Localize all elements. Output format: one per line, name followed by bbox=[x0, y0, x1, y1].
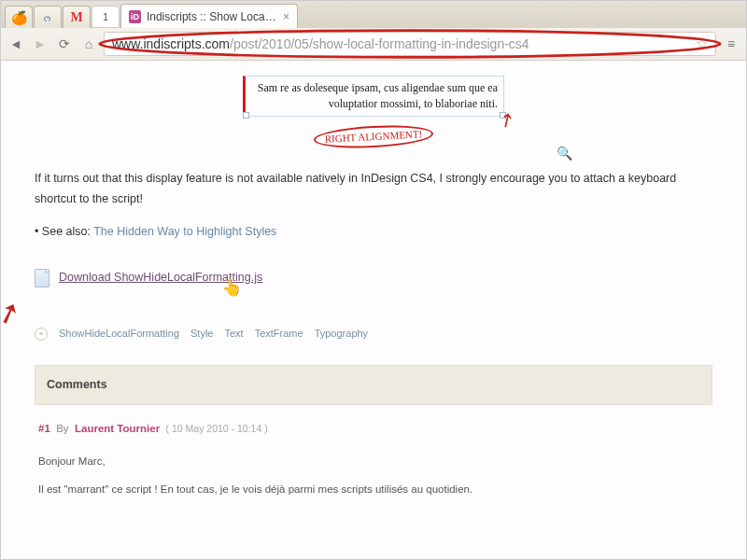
see-also: • See also: The Hidden Way to Highlight … bbox=[35, 222, 712, 242]
forward-button[interactable]: ► bbox=[31, 35, 49, 53]
illustration: Sam re as doleseque ipsam, cus aligendae… bbox=[35, 70, 712, 161]
tab-active[interactable]: iD Indiscripts :: Show Local F… × bbox=[120, 4, 298, 28]
url-path: /post/2010/05/show-local-formatting-in-i… bbox=[230, 36, 529, 51]
see-also-prefix: • See also: bbox=[35, 225, 93, 238]
comment-meta: #1 By Laurent Tournier ( 10 May 2010 - 1… bbox=[38, 420, 709, 439]
tag-link[interactable]: Typography bbox=[315, 325, 368, 343]
page-content: Sam re as doleseque ipsam, cus aligendae… bbox=[1, 61, 746, 518]
tab-close-icon[interactable]: × bbox=[283, 10, 289, 23]
see-also-link[interactable]: The Hidden Way to Highlight Styles bbox=[93, 225, 276, 238]
menu-icon[interactable]: ≡ bbox=[722, 35, 740, 53]
comment-number: #1 bbox=[38, 423, 50, 434]
comment-date: ( 10 May 2010 - 10:14 ) bbox=[166, 423, 268, 434]
comment-line: Bonjour Marc, bbox=[38, 452, 709, 471]
comment-item: #1 By Laurent Tournier ( 10 May 2010 - 1… bbox=[35, 405, 712, 499]
tab-mini-2[interactable]: ᰔ bbox=[34, 6, 62, 28]
back-button[interactable]: ◄ bbox=[7, 35, 25, 53]
tab-strip: 🍊 ᰔ M 1 iD Indiscripts :: Show Local F… … bbox=[1, 1, 746, 28]
magnifier-icon[interactable]: 🔍 bbox=[557, 143, 572, 165]
tab-mini-1[interactable]: 🍊 bbox=[5, 6, 33, 28]
browser-chrome: 🍊 ᰔ M 1 iD Indiscripts :: Show Local F… … bbox=[1, 1, 746, 61]
comment-author[interactable]: Laurent Tournier bbox=[75, 423, 160, 434]
illustration-text-frame: Sam re as doleseque ipsam, cus aligendae… bbox=[243, 76, 504, 117]
bookmark-star-icon[interactable]: ☆ bbox=[696, 35, 708, 52]
document-icon bbox=[35, 269, 49, 287]
comment-line: Il est "marrant" ce script ! En tout cas… bbox=[38, 480, 709, 499]
tag-link[interactable]: TextFrame bbox=[255, 325, 303, 343]
comment-by-label: By bbox=[56, 423, 68, 434]
annotation-red-arrow-icon: ➚ bbox=[0, 286, 28, 338]
tags-bullet-icon: » bbox=[35, 328, 48, 341]
illustration-text: Sam re as doleseque ipsam, cus aligendae… bbox=[258, 81, 498, 110]
download-link[interactable]: Download ShowHideLocalFormatting.js bbox=[59, 268, 262, 287]
download-row: Download ShowHideLocalFormatting.js 👆 bbox=[35, 268, 712, 287]
url-bar[interactable]: www.indiscripts.com/post/2010/05/show-lo… bbox=[104, 32, 716, 56]
tag-link[interactable]: ShowHideLocalFormatting bbox=[59, 325, 179, 343]
comment-body: Bonjour Marc, Il est "marrant" ce script… bbox=[38, 452, 709, 499]
home-button[interactable]: ⌂ bbox=[79, 35, 98, 53]
tags-row: » ShowHideLocalFormatting Style Text Tex… bbox=[35, 325, 712, 343]
tab-mini-4[interactable]: 1 bbox=[92, 6, 120, 28]
comments-heading: Comments bbox=[35, 365, 712, 405]
tab-title: Indiscripts :: Show Local F… bbox=[147, 10, 277, 23]
url-domain: www.indiscripts.com bbox=[112, 36, 230, 51]
illustration-annotation: RIGHT ALIGNMENT! ↗ bbox=[243, 119, 505, 153]
tag-link[interactable]: Text bbox=[224, 325, 243, 343]
tab-mini-3[interactable]: M bbox=[63, 6, 91, 28]
tag-link[interactable]: Style bbox=[190, 325, 213, 343]
toolbar: ◄ ► ⟳ ⌂ www.indiscripts.com/post/2010/05… bbox=[1, 28, 746, 60]
favicon-icon: iD bbox=[129, 10, 141, 23]
annotation-arrow-icon: ↗ bbox=[491, 102, 522, 137]
reload-button[interactable]: ⟳ bbox=[55, 35, 74, 53]
annotation-label: RIGHT ALIGNMENT! bbox=[313, 122, 434, 149]
article-paragraph: If it turns out that this display featur… bbox=[35, 169, 712, 209]
